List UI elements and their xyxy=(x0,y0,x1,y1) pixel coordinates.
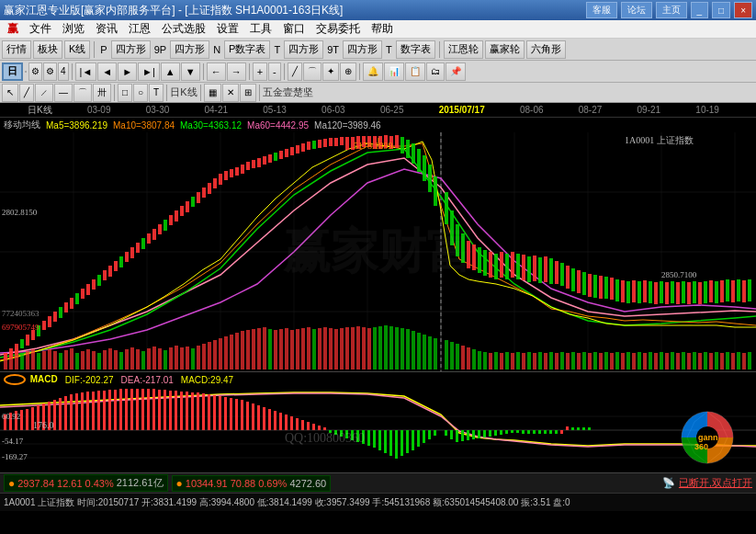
tb-icon1[interactable]: 🔔 xyxy=(363,62,383,81)
tb-zoom-out[interactable]: - xyxy=(268,62,281,81)
tb-9p4[interactable]: 四方形 xyxy=(170,40,209,59)
tb-icon3[interactable]: 📋 xyxy=(405,62,425,81)
tb-market[interactable]: 行情 xyxy=(2,40,31,59)
svg-rect-168 xyxy=(108,348,112,369)
draw-gann1[interactable]: ▦ xyxy=(204,84,221,102)
nav-right[interactable]: → xyxy=(227,62,246,81)
menu-window[interactable]: 窗口 xyxy=(277,20,310,38)
menu-formula[interactable]: 公式选股 xyxy=(156,20,211,38)
svg-rect-95 xyxy=(456,224,459,256)
svg-rect-118 xyxy=(582,272,586,295)
svg-rect-70 xyxy=(312,141,316,149)
menu-trade[interactable]: 交易委托 xyxy=(310,20,366,38)
tb-zoom-in[interactable]: + xyxy=(253,62,267,81)
home-btn[interactable]: 主页 xyxy=(656,2,687,18)
tb-icon5[interactable]: 📌 xyxy=(446,62,466,81)
svg-rect-348 xyxy=(296,418,299,430)
sep2 xyxy=(439,41,440,58)
nav-up[interactable]: ▲ xyxy=(161,62,180,81)
svg-rect-22 xyxy=(48,316,51,327)
svg-rect-310 xyxy=(86,392,89,430)
svg-rect-247 xyxy=(549,352,553,369)
tb-jiangen-wheel[interactable]: 江恩轮 xyxy=(444,40,483,59)
svg-rect-207 xyxy=(323,327,327,369)
nav-last[interactable]: ►| xyxy=(138,62,160,81)
tb-hex[interactable]: 六角形 xyxy=(526,40,566,59)
tb-draw1[interactable]: ╱ xyxy=(288,62,302,81)
draw-hline[interactable]: — xyxy=(54,84,73,102)
draw-fib[interactable]: 卅 xyxy=(93,84,111,102)
nav-left[interactable]: ← xyxy=(207,62,226,81)
svg-text:2850.7100: 2850.7100 xyxy=(661,270,697,279)
minimize-btn[interactable]: _ xyxy=(691,2,709,18)
tb-9t4[interactable]: 四方形 xyxy=(343,40,382,59)
svg-rect-137 xyxy=(687,282,691,304)
nav-prev[interactable]: ◄ xyxy=(97,62,117,81)
tb-small1[interactable]: ⚙ xyxy=(28,62,42,81)
ma60-value: Ma60=4442.95 xyxy=(247,120,309,131)
nav-first[interactable]: |◄ xyxy=(75,62,97,81)
menu-tools[interactable]: 工具 xyxy=(244,20,277,38)
svg-rect-100 xyxy=(483,250,487,276)
draw-arc[interactable]: ⌒ xyxy=(73,84,92,102)
svg-rect-178 xyxy=(164,350,167,369)
draw-line[interactable]: ╱ xyxy=(19,84,34,102)
menu-info[interactable]: 资讯 xyxy=(90,20,123,38)
tb-icon2[interactable]: 📊 xyxy=(384,62,404,81)
svg-rect-155 xyxy=(37,353,40,369)
tb-t4[interactable]: 四方形 xyxy=(284,40,323,59)
tb-small2[interactable]: ⚙ xyxy=(43,62,57,81)
nav-down[interactable]: ▼ xyxy=(181,62,200,81)
menu-settings[interactable]: 设置 xyxy=(211,20,244,38)
svg-rect-323 xyxy=(158,390,161,430)
menu-file[interactable]: 文件 xyxy=(24,20,57,38)
svg-rect-224 xyxy=(417,333,421,369)
tb-ying-wheel[interactable]: 赢家轮 xyxy=(485,40,525,59)
menu-browse[interactable]: 浏览 xyxy=(57,20,90,38)
tb-sector[interactable]: 板块 xyxy=(33,40,62,59)
ma10-value: Ma10=3807.84 xyxy=(113,120,175,131)
disconnect-text[interactable]: 已断开,双点打开 xyxy=(679,476,752,490)
draw-cursor[interactable]: ↖ xyxy=(2,84,18,102)
draw-gann2[interactable]: ✕ xyxy=(222,84,239,102)
svg-rect-25 xyxy=(64,302,68,312)
svg-rect-133 xyxy=(665,282,669,304)
svg-rect-266 xyxy=(654,353,658,369)
svg-rect-368 xyxy=(406,430,409,453)
svg-rect-262 xyxy=(632,353,636,369)
svg-rect-317 xyxy=(125,389,128,430)
svg-rect-152 xyxy=(20,353,24,369)
close-btn[interactable]: × xyxy=(734,2,752,18)
draw-gann3[interactable]: ⊞ xyxy=(240,84,256,102)
menu-help[interactable]: 帮助 xyxy=(366,20,399,38)
draw-text[interactable]: T xyxy=(149,84,164,102)
tb-draw4[interactable]: ⊕ xyxy=(340,62,356,81)
svg-rect-242 xyxy=(522,353,525,369)
svg-rect-143 xyxy=(720,280,724,302)
maximize-btn[interactable]: □ xyxy=(712,2,730,18)
svg-rect-136 xyxy=(682,281,685,303)
svg-rect-130 xyxy=(649,281,652,303)
menu-jiangen[interactable]: 江恩 xyxy=(123,20,156,38)
draw-trend[interactable]: ⟋ xyxy=(35,84,53,102)
svg-rect-265 xyxy=(649,352,652,369)
svg-rect-40 xyxy=(147,233,151,244)
tb-np[interactable]: P数字表 xyxy=(224,40,270,59)
draw-rect[interactable]: □ xyxy=(118,84,132,102)
menu-ying[interactable]: 赢 xyxy=(2,20,24,38)
svg-rect-335 xyxy=(224,397,227,430)
draw-circle[interactable]: ○ xyxy=(133,84,148,102)
nav-next[interactable]: ► xyxy=(118,62,137,81)
status-bar2: 1A0001 上证指数 时间:20150717 开:3831.4199 高:39… xyxy=(0,493,756,511)
tb-kline[interactable]: K线 xyxy=(64,40,90,59)
svg-rect-201 xyxy=(290,330,294,369)
tb-p4[interactable]: 四方形 xyxy=(111,40,151,59)
tb-draw3[interactable]: ✦ xyxy=(322,62,339,81)
tb-tnum[interactable]: 数字表 xyxy=(396,40,435,59)
tb-draw2[interactable]: ⌒ xyxy=(303,62,322,81)
customer-service-btn[interactable]: 客服 xyxy=(586,2,617,18)
forum-btn[interactable]: 论坛 xyxy=(621,2,652,18)
period-day[interactable]: 日 xyxy=(2,62,23,81)
tb-icon4[interactable]: 🗂 xyxy=(426,62,445,81)
tb-small3[interactable]: 4 xyxy=(58,62,69,81)
